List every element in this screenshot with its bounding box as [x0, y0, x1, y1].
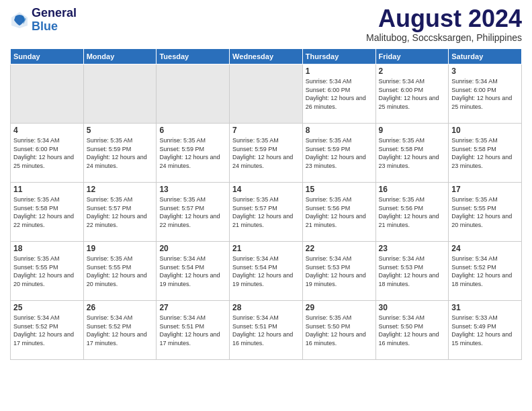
- weekday-header: Thursday: [302, 49, 375, 64]
- day-info: Sunrise: 5:33 AMSunset: 5:49 PMDaylight:…: [451, 314, 519, 347]
- day-number: 16: [379, 185, 446, 194]
- day-number: 8: [306, 126, 373, 135]
- day-info: Sunrise: 5:34 AMSunset: 5:52 PMDaylight:…: [451, 255, 519, 288]
- calendar-cell: 7Sunrise: 5:35 AMSunset: 5:59 PMDaylight…: [230, 124, 303, 183]
- day-number: 19: [87, 244, 154, 253]
- day-info: Sunrise: 5:35 AMSunset: 5:56 PMDaylight:…: [306, 195, 373, 229]
- day-info: Sunrise: 5:35 AMSunset: 5:59 PMDaylight:…: [232, 136, 300, 170]
- day-info: Sunrise: 5:35 AMSunset: 5:50 PMDaylight:…: [306, 314, 373, 347]
- logo: General Blue: [10, 7, 77, 34]
- day-info: Sunrise: 5:34 AMSunset: 6:00 PMDaylight:…: [451, 77, 519, 111]
- calendar-cell: 6Sunrise: 5:35 AMSunset: 5:59 PMDaylight…: [157, 124, 230, 183]
- day-info: Sunrise: 5:34 AMSunset: 6:00 PMDaylight:…: [379, 77, 446, 111]
- logo-text: General Blue: [32, 7, 77, 34]
- day-info: Sunrise: 5:34 AMSunset: 5:54 PMDaylight:…: [159, 255, 226, 288]
- day-number: 14: [232, 185, 300, 194]
- location: Malitubog, Soccsksargen, Philippines: [366, 32, 522, 43]
- calendar-cell: 15Sunrise: 5:35 AMSunset: 5:56 PMDayligh…: [302, 183, 375, 242]
- day-info: Sunrise: 5:35 AMSunset: 5:58 PMDaylight:…: [451, 136, 519, 170]
- day-info: Sunrise: 5:35 AMSunset: 5:55 PMDaylight:…: [87, 255, 154, 288]
- calendar-cell: 25Sunrise: 5:34 AMSunset: 5:52 PMDayligh…: [11, 301, 84, 360]
- day-number: 23: [379, 244, 446, 253]
- day-number: 20: [159, 244, 226, 253]
- day-number: 6: [159, 126, 226, 135]
- calendar-cell: 28Sunrise: 5:34 AMSunset: 5:51 PMDayligh…: [230, 301, 303, 360]
- calendar-cell: 22Sunrise: 5:34 AMSunset: 5:53 PMDayligh…: [302, 242, 375, 301]
- weekday-header: Friday: [375, 49, 449, 64]
- day-info: Sunrise: 5:35 AMSunset: 5:56 PMDaylight:…: [379, 195, 446, 229]
- day-info: Sunrise: 5:34 AMSunset: 5:53 PMDaylight:…: [306, 255, 373, 288]
- calendar-cell: 27Sunrise: 5:34 AMSunset: 5:51 PMDayligh…: [157, 301, 230, 360]
- calendar-cell: 16Sunrise: 5:35 AMSunset: 5:56 PMDayligh…: [375, 183, 449, 242]
- day-info: Sunrise: 5:34 AMSunset: 5:51 PMDaylight:…: [159, 314, 226, 347]
- calendar-cell: [230, 64, 303, 124]
- week-row: 4Sunrise: 5:34 AMSunset: 6:00 PMDaylight…: [11, 124, 522, 183]
- month-title: August 2024: [366, 7, 522, 31]
- calendar-cell: 1Sunrise: 5:34 AMSunset: 6:00 PMDaylight…: [302, 64, 375, 124]
- calendar-cell: 17Sunrise: 5:35 AMSunset: 5:55 PMDayligh…: [449, 183, 522, 242]
- calendar-cell: 9Sunrise: 5:35 AMSunset: 5:58 PMDaylight…: [375, 124, 449, 183]
- week-row: 18Sunrise: 5:35 AMSunset: 5:55 PMDayligh…: [11, 242, 522, 301]
- day-info: Sunrise: 5:34 AMSunset: 5:54 PMDaylight:…: [232, 255, 300, 288]
- day-number: 13: [159, 185, 226, 194]
- day-number: 5: [87, 126, 154, 135]
- week-row: 25Sunrise: 5:34 AMSunset: 5:52 PMDayligh…: [11, 301, 522, 360]
- day-info: Sunrise: 5:35 AMSunset: 5:58 PMDaylight:…: [13, 195, 81, 229]
- logo-icon: [10, 11, 29, 30]
- calendar-cell: 31Sunrise: 5:33 AMSunset: 5:49 PMDayligh…: [449, 301, 522, 360]
- weekday-header: Tuesday: [157, 49, 230, 64]
- calendar-cell: 8Sunrise: 5:35 AMSunset: 5:59 PMDaylight…: [302, 124, 375, 183]
- calendar-cell: 2Sunrise: 5:34 AMSunset: 6:00 PMDaylight…: [375, 64, 449, 124]
- calendar-cell: [157, 64, 230, 124]
- day-number: 11: [13, 185, 81, 194]
- day-number: 9: [379, 126, 446, 135]
- day-info: Sunrise: 5:34 AMSunset: 5:53 PMDaylight:…: [379, 255, 446, 288]
- weekday-header: Monday: [83, 49, 157, 64]
- calendar-cell: 18Sunrise: 5:35 AMSunset: 5:55 PMDayligh…: [11, 242, 84, 301]
- day-info: Sunrise: 5:35 AMSunset: 5:57 PMDaylight:…: [159, 195, 226, 229]
- calendar-cell: 24Sunrise: 5:34 AMSunset: 5:52 PMDayligh…: [449, 242, 522, 301]
- title-block: August 2024 Malitubog, Soccsksargen, Phi…: [366, 7, 522, 43]
- calendar-cell: 19Sunrise: 5:35 AMSunset: 5:55 PMDayligh…: [83, 242, 157, 301]
- day-number: 3: [451, 66, 519, 76]
- day-number: 10: [451, 126, 519, 135]
- day-number: 27: [159, 303, 226, 312]
- page: General Blue August 2024 Malitubog, Socc…: [0, 0, 532, 411]
- day-info: Sunrise: 5:34 AMSunset: 5:51 PMDaylight:…: [232, 314, 300, 347]
- day-number: 26: [87, 303, 154, 312]
- day-info: Sunrise: 5:35 AMSunset: 5:57 PMDaylight:…: [232, 195, 300, 229]
- day-number: 2: [379, 66, 446, 76]
- day-number: 17: [451, 185, 519, 194]
- day-number: 22: [306, 244, 373, 253]
- day-info: Sunrise: 5:35 AMSunset: 5:55 PMDaylight:…: [451, 195, 519, 229]
- weekday-header: Wednesday: [230, 49, 303, 64]
- day-number: 7: [232, 126, 300, 135]
- weekday-header-row: SundayMondayTuesdayWednesdayThursdayFrid…: [11, 49, 522, 64]
- day-number: 24: [451, 244, 519, 253]
- calendar-cell: 29Sunrise: 5:35 AMSunset: 5:50 PMDayligh…: [302, 301, 375, 360]
- calendar-cell: [11, 64, 84, 124]
- day-number: 4: [13, 126, 81, 135]
- day-number: 28: [232, 303, 300, 312]
- day-info: Sunrise: 5:35 AMSunset: 5:57 PMDaylight:…: [87, 195, 154, 229]
- calendar-cell: 12Sunrise: 5:35 AMSunset: 5:57 PMDayligh…: [83, 183, 157, 242]
- day-info: Sunrise: 5:34 AMSunset: 5:52 PMDaylight:…: [87, 314, 154, 347]
- header: General Blue August 2024 Malitubog, Socc…: [10, 7, 522, 43]
- calendar-cell: 11Sunrise: 5:35 AMSunset: 5:58 PMDayligh…: [11, 183, 84, 242]
- day-info: Sunrise: 5:35 AMSunset: 5:59 PMDaylight:…: [306, 136, 373, 170]
- calendar-cell: 20Sunrise: 5:34 AMSunset: 5:54 PMDayligh…: [157, 242, 230, 301]
- day-number: 25: [13, 303, 81, 312]
- day-number: 29: [306, 303, 373, 312]
- calendar-table: SundayMondayTuesdayWednesdayThursdayFrid…: [10, 48, 522, 360]
- day-info: Sunrise: 5:35 AMSunset: 5:55 PMDaylight:…: [13, 255, 81, 288]
- day-info: Sunrise: 5:34 AMSunset: 5:52 PMDaylight:…: [13, 314, 81, 347]
- week-row: 11Sunrise: 5:35 AMSunset: 5:58 PMDayligh…: [11, 183, 522, 242]
- day-number: 30: [379, 303, 446, 312]
- day-info: Sunrise: 5:35 AMSunset: 5:59 PMDaylight:…: [87, 136, 154, 170]
- calendar-cell: 5Sunrise: 5:35 AMSunset: 5:59 PMDaylight…: [83, 124, 157, 183]
- week-row: 1Sunrise: 5:34 AMSunset: 6:00 PMDaylight…: [11, 64, 522, 124]
- day-number: 12: [87, 185, 154, 194]
- calendar-cell: 3Sunrise: 5:34 AMSunset: 6:00 PMDaylight…: [449, 64, 522, 124]
- day-info: Sunrise: 5:34 AMSunset: 6:00 PMDaylight:…: [13, 136, 81, 170]
- day-info: Sunrise: 5:34 AMSunset: 5:50 PMDaylight:…: [379, 314, 446, 347]
